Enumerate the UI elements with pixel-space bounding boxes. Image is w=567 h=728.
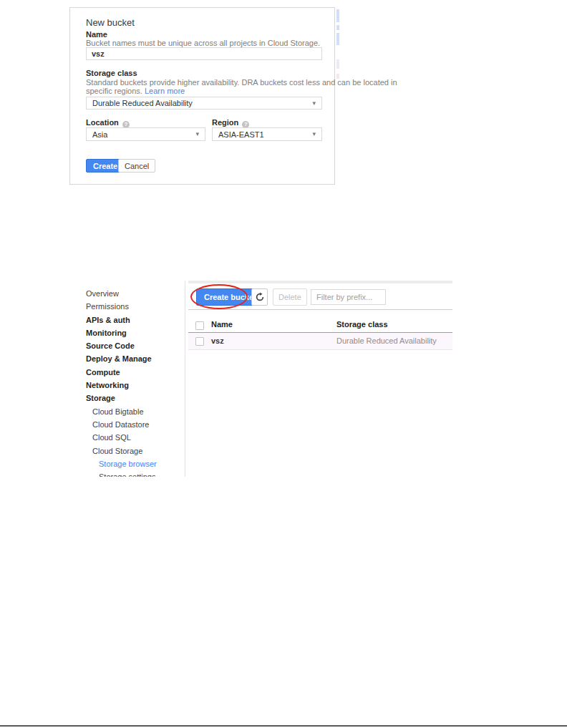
sidebar-divider bbox=[185, 281, 185, 477]
document-page: New bucket Name Bucket names must be uni… bbox=[0, 0, 567, 728]
select-all-checkbox[interactable] bbox=[195, 321, 204, 330]
sidebar-item-cloud-sql[interactable]: Cloud SQL bbox=[74, 431, 185, 444]
sidebar-item-monitoring[interactable]: Monitoring bbox=[74, 326, 185, 339]
chevron-down-icon: ▾ bbox=[312, 100, 316, 107]
cancel-button[interactable]: Cancel bbox=[118, 159, 155, 173]
name-label: Name bbox=[86, 30, 107, 39]
sidebar-item-permissions[interactable]: Permissions bbox=[74, 300, 185, 313]
page-footer-rule bbox=[0, 725, 567, 727]
row-checkbox[interactable] bbox=[195, 337, 204, 346]
storage-class-help-line2: specific regions. Learn more bbox=[86, 87, 185, 95]
name-help-text: Bucket names must be unique across all p… bbox=[86, 39, 320, 47]
region-selected-value: ASIA-EAST1 bbox=[218, 130, 264, 139]
delete-button[interactable]: Delete bbox=[273, 288, 307, 306]
sidebar-item-storage-browser[interactable]: Storage browser bbox=[74, 457, 185, 470]
location-select[interactable]: Asia ▾ bbox=[86, 127, 205, 141]
cropped-fragment bbox=[336, 25, 339, 30]
location-label-text: Location bbox=[86, 118, 119, 127]
cropped-fragment bbox=[336, 74, 339, 79]
sidebar-item-source-code[interactable]: Source Code bbox=[74, 339, 185, 352]
console-screenshot: Overview Permissions APIs & auth Monitor… bbox=[74, 281, 452, 477]
sidebar-item-storage-settings[interactable]: Storage settings bbox=[74, 470, 185, 477]
learn-more-link[interactable]: Learn more bbox=[145, 87, 185, 95]
sidebar-item-networking[interactable]: Networking bbox=[74, 379, 185, 392]
storage-class-select[interactable]: Durable Reduced Availability ▾ bbox=[86, 97, 322, 110]
region-label-text: Region bbox=[212, 118, 238, 127]
bucket-name-cell[interactable]: vsz bbox=[211, 336, 224, 345]
dialog-title: New bucket bbox=[86, 17, 135, 28]
bucket-storage-class-cell: Durable Reduced Availability bbox=[336, 336, 437, 345]
refresh-icon bbox=[255, 292, 265, 302]
bucket-name-input[interactable] bbox=[86, 47, 322, 60]
new-bucket-dialog: New bucket Name Bucket names must be uni… bbox=[69, 7, 335, 185]
row-divider bbox=[188, 349, 452, 350]
filter-by-prefix-input[interactable] bbox=[311, 289, 386, 305]
storage-class-help-line1: Standard buckets provide higher availabi… bbox=[86, 78, 397, 87]
bucket-browser-main: Create bucket Delete Name Storage class … bbox=[188, 281, 452, 477]
sidebar-item-deploy-manage[interactable]: Deploy & Manage bbox=[74, 352, 185, 365]
cropped-fragment bbox=[336, 33, 339, 45]
storage-class-label: Storage class bbox=[86, 69, 137, 77]
sidebar-nav: Overview Permissions APIs & auth Monitor… bbox=[74, 281, 185, 477]
column-header-name: Name bbox=[211, 320, 233, 329]
sidebar-item-cloud-bigtable[interactable]: Cloud Bigtable bbox=[74, 405, 185, 418]
sidebar-item-cloud-storage[interactable]: Cloud Storage bbox=[74, 445, 185, 457]
location-selected-value: Asia bbox=[92, 130, 107, 139]
region-select[interactable]: ASIA-EAST1 ▾ bbox=[212, 127, 322, 141]
region-label: Region? bbox=[212, 118, 249, 128]
column-header-storage-class: Storage class bbox=[336, 320, 388, 329]
cropped-toolbar-edge bbox=[188, 281, 452, 283]
cropped-fragment bbox=[336, 9, 339, 22]
sidebar-item-apis-auth[interactable]: APIs & auth bbox=[74, 314, 185, 326]
sidebar-item-overview[interactable]: Overview bbox=[74, 287, 185, 300]
refresh-button[interactable] bbox=[251, 288, 268, 306]
sidebar-item-cloud-datastore[interactable]: Cloud Datastore bbox=[74, 418, 185, 431]
chevron-down-icon: ▾ bbox=[195, 131, 199, 137]
storage-class-selected-value: Durable Reduced Availability bbox=[92, 99, 193, 107]
sidebar-item-storage[interactable]: Storage bbox=[74, 392, 185, 404]
sidebar-item-compute[interactable]: Compute bbox=[74, 366, 185, 379]
chevron-down-icon: ▾ bbox=[312, 131, 316, 137]
toolbar-separator bbox=[188, 309, 452, 310]
cropped-fragment bbox=[336, 59, 339, 69]
storage-class-help-line2-text: specific regions. bbox=[86, 87, 142, 95]
location-label: Location? bbox=[86, 118, 130, 128]
